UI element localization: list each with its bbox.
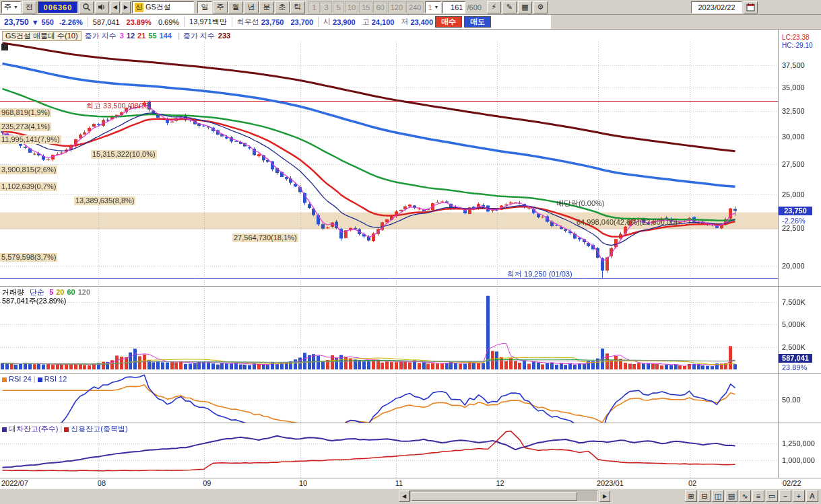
volume-value: 587,041 (93, 18, 120, 26)
pane-divider[interactable] (0, 423, 821, 423)
interval-button-60[interactable]: 60 (373, 1, 387, 13)
text-tool-icon[interactable]: A (806, 490, 818, 502)
next-stock-button[interactable]: ▶ (121, 1, 131, 13)
speaker-icon (98, 3, 106, 11)
scrollbar-thumb[interactable] (412, 492, 577, 501)
bar-count-input[interactable]: 161 (442, 1, 465, 13)
ma-period-21: 21 (137, 32, 145, 40)
ma-period-144: 144 (160, 32, 172, 40)
price-tick-label: 35,000 (782, 83, 805, 92)
best-ask: 23,750 (261, 18, 284, 26)
volume-tick-label: 7,500K (782, 298, 806, 306)
time-axis-label: 10 (299, 479, 307, 487)
tick-count-combo[interactable]: 1 ▼ (425, 1, 441, 13)
volume-ma-periods: 52060120 (46, 288, 90, 296)
price-change-pct: -2.26% (59, 18, 83, 26)
legend-chip (64, 427, 69, 432)
chart-tool-group: ⚡✎▦⚙ (487, 1, 548, 13)
price-tick-label: 30,000 (782, 133, 805, 141)
date-field[interactable]: 2023/02/22 (691, 1, 742, 13)
turnover-pct: 0.69% (158, 18, 179, 26)
chart-settings-icon[interactable]: ⚙ (533, 1, 548, 13)
timeframe-button-틱[interactable]: 틱 (290, 1, 305, 13)
timeframe-button-일[interactable]: 일 (197, 1, 212, 13)
pane-split-icon[interactable]: ◫ (712, 490, 724, 502)
volume-profile-row: 13,389,635(8,8%) (74, 196, 135, 205)
scroll-right-button[interactable]: ▶ (599, 491, 610, 502)
zoom-reset-icon[interactable]: ⊟ (698, 490, 711, 502)
bar-total-label: /600 (467, 3, 481, 11)
volume-tick-label: 2,500K (782, 343, 806, 351)
trendline-icon[interactable]: ∿ (739, 490, 751, 502)
price-chart-canvas[interactable] (0, 42, 778, 286)
zoom-in-icon[interactable]: + (793, 490, 805, 502)
pane-divider[interactable] (0, 373, 821, 374)
timeframe-button-초[interactable]: 초 (275, 1, 290, 13)
chart-anchor-icon[interactable] (1, 44, 8, 50)
stock-code-input[interactable]: 006360 (38, 1, 78, 13)
stock-flag-badge: 신 (135, 3, 143, 12)
zoom-area-icon[interactable]: ⊞ (685, 490, 697, 502)
value-list-icon[interactable]: ▤ (725, 490, 737, 502)
interval-button-5[interactable]: 5 (333, 1, 344, 13)
current-volume-tag: 587,041 (779, 354, 812, 363)
volume-ma-period-60: 60 (67, 288, 75, 296)
ma-legend-label: 증가 지수 (85, 31, 117, 41)
price-axis-line (778, 30, 779, 489)
timeframe-button-주[interactable]: 주 (213, 1, 228, 13)
search-button[interactable] (79, 1, 94, 13)
loan-tick-label: 1,000,000 (782, 456, 815, 464)
loan-pane-header: 대차잔고(주수) | 신용잔고(종목별) (2, 424, 128, 434)
price-tick-label: 25,000 (782, 190, 805, 199)
main-toolbar: 주 ▼ 전 006360 ◀ ▶ 신 GS건설 일주월년분초틱 13510156… (0, 0, 821, 15)
interval-button-10[interactable]: 10 (345, 1, 358, 13)
profile-band-annotation: 64,998,040(42.6%)(22,600,00) (577, 218, 678, 226)
price-tick-label: 27,500 (782, 160, 805, 168)
price-tick-label: 37,500 (782, 61, 805, 69)
pane-divider[interactable] (0, 286, 821, 287)
draw-tool-icon[interactable]: ✎ (502, 1, 517, 13)
timeframe-button-월[interactable]: 월 (228, 1, 243, 13)
legend-label: 신용잔고(종목별) (71, 425, 127, 433)
ma-periods: 3122155144 (120, 32, 174, 40)
interval-button-120[interactable]: 120 (388, 1, 405, 13)
sell-button[interactable]: 매도 (464, 16, 491, 28)
time-axis: 2022/0708091011122023/010202/22 (0, 478, 821, 489)
stock-name-field[interactable]: 신 GS건설 (132, 1, 194, 13)
separator: | (32, 375, 38, 383)
scroll-left-button[interactable]: ◀ (399, 491, 409, 502)
buy-button[interactable]: 매수 (435, 16, 462, 28)
jeon-button[interactable]: 전 (22, 1, 36, 13)
sound-button[interactable] (95, 1, 109, 13)
volume-chart-canvas[interactable] (0, 286, 778, 373)
timeframe-button-분[interactable]: 분 (259, 1, 274, 13)
interval-button-240[interactable]: 240 (406, 1, 424, 13)
flash-chart-icon[interactable]: ⚡ (487, 1, 501, 13)
current-price: 23,750 (4, 17, 29, 27)
prev-stock-button[interactable]: ◀ (110, 1, 120, 13)
rsi-chart-canvas[interactable] (0, 373, 778, 423)
zoom-out-icon[interactable]: − (779, 490, 791, 502)
best-bid: 23,700 (290, 18, 313, 26)
rect-tool-icon[interactable]: ▭ (766, 490, 778, 502)
low-label: 저 (401, 17, 408, 27)
timeframe-button-년[interactable]: 년 (244, 1, 259, 13)
multi-chart-icon[interactable]: ▦ (518, 1, 532, 13)
ma-period-12: 12 (127, 32, 135, 40)
price-tick-label: 20,000 (782, 262, 805, 270)
rsi-tick-label: 50.00 (782, 396, 801, 404)
interval-button-1[interactable]: 1 (308, 1, 320, 13)
ma-period-55: 55 (148, 32, 156, 40)
market-type-combo[interactable]: 주 ▼ (1, 1, 21, 13)
indicator-menu-icon[interactable]: ≡ (752, 490, 764, 502)
timeframe-group: 일주월년분초틱 (197, 1, 305, 13)
interval-button-15[interactable]: 15 (359, 1, 372, 13)
open-price: 23,900 (333, 18, 356, 26)
volume-profile-row: 15,315,322(10,0%) (91, 150, 157, 159)
calendar-icon (746, 3, 755, 11)
quote-bar: 23,750 ▼ 550 -2.26% 587,041 23.89% 0.69%… (0, 15, 821, 30)
calendar-button[interactable] (744, 1, 758, 13)
chevron-down-icon: ▼ (13, 5, 18, 9)
interval-button-3[interactable]: 3 (321, 1, 332, 13)
bottom-tool-icons: ⊞⊟◫▤∿≡▭−+A (685, 490, 818, 502)
